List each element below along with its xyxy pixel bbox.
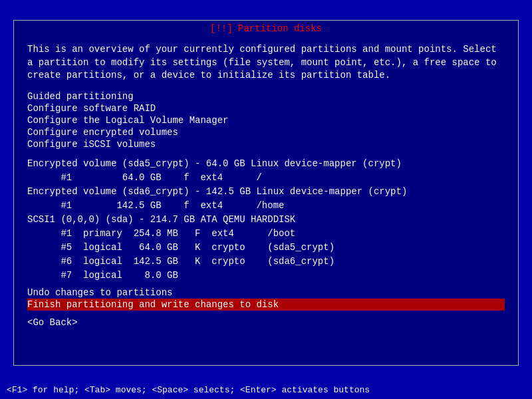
description: This is an overview of your currently co… (27, 43, 505, 82)
menu-item-iscsi[interactable]: Configure iSCSI volumes (27, 138, 505, 150)
status-text: <F1> for help; <Tab> moves; <Space> sele… (7, 385, 370, 395)
window-title: [!!] Partition disks (210, 23, 322, 34)
action-item-finish[interactable]: Finish partitioning and write changes to… (27, 299, 505, 311)
content: This is an overview of your currently co… (14, 37, 518, 334)
main-window: [!!] Partition disks This is an overview… (13, 20, 519, 366)
menu-list: Guided partitioningConfigure software RA… (27, 90, 505, 150)
menu-item-lvm[interactable]: Configure the Logical Volume Manager (27, 114, 505, 126)
menu-item-encrypted[interactable]: Configure encrypted volumes (27, 126, 505, 138)
actions-list: Undo changes to partitionsFinish partiti… (27, 287, 505, 311)
action-item-undo[interactable]: Undo changes to partitions (27, 287, 505, 299)
status-bar: <F1> for help; <Tab> moves; <Space> sele… (0, 381, 532, 399)
menu-item-software-raid[interactable]: Configure software RAID (27, 102, 505, 114)
menu-item-guided[interactable]: Guided partitioning (27, 90, 505, 102)
partition-info: Encrypted volume (sda5_crypt) - 64.0 GB … (27, 157, 505, 283)
title-bar: [!!] Partition disks (14, 21, 518, 37)
go-back-button[interactable]: <Go Back> (27, 317, 505, 328)
